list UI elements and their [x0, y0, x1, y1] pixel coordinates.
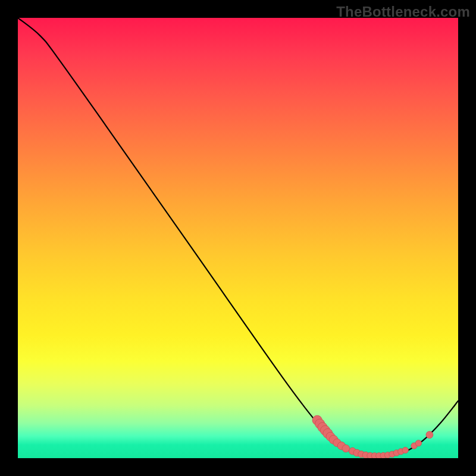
data-dots [312, 415, 433, 458]
chart-svg [18, 18, 458, 458]
bottleneck-curve [18, 18, 458, 456]
chart-plot-area [18, 18, 458, 458]
data-dot [342, 444, 350, 452]
data-dot [415, 440, 421, 446]
data-dot [402, 447, 408, 453]
data-dot [426, 431, 433, 439]
chart-frame: TheBottleneck.com [0, 0, 476, 476]
